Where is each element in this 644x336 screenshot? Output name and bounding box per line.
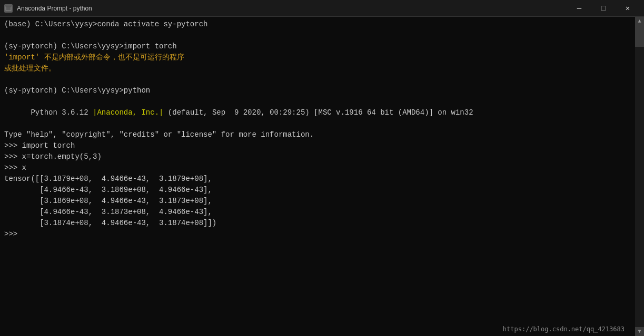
- python-version-text: Python 3.6.12: [31, 108, 93, 117]
- line-3: (sy-pytorch) C:\Users\yysy>import torch: [4, 41, 631, 52]
- terminal[interactable]: (base) C:\Users\yysy>conda activate sy-p…: [0, 17, 635, 336]
- main-container: (base) C:\Users\yysy>conda activate sy-p…: [0, 17, 644, 336]
- scroll-down-arrow[interactable]: ▼: [635, 327, 644, 336]
- close-button[interactable]: ✕: [616, 0, 640, 17]
- line-8: Python 3.6.12 |Anaconda, Inc.| (default,…: [4, 96, 631, 129]
- line-10: >>> import torch: [4, 140, 631, 151]
- scrollbar-track[interactable]: [635, 26, 644, 327]
- scroll-up-arrow[interactable]: ▲: [635, 17, 644, 26]
- anaconda-badge: |Anaconda, Inc.|: [93, 108, 163, 117]
- titlebar-left: Anaconda Prompt - python: [4, 4, 92, 13]
- svg-rect-1: [6, 6, 11, 7]
- line-5: 或批处理文件。: [4, 63, 631, 74]
- scrollbar-thumb[interactable]: [635, 26, 644, 47]
- minimize-button[interactable]: —: [567, 0, 591, 17]
- line-14: [4.9466e-43, 3.1869e+08, 4.9466e-43],: [4, 185, 631, 196]
- svg-rect-0: [6, 7, 11, 11]
- line-11: >>> x=torch.empty(5,3): [4, 151, 631, 162]
- python-build-info: (default, Sep 9 2020, 00:29:25) [MSC v.1…: [163, 108, 473, 117]
- line-13: tensor([[3.1879e+08, 4.9466e-43, 3.1879e…: [4, 174, 631, 185]
- line-12: >>> x: [4, 162, 631, 174]
- line-9: Type "help", "copyright", "credits" or "…: [4, 129, 631, 140]
- window-controls: — □ ✕: [567, 0, 640, 17]
- titlebar: Anaconda Prompt - python — □ ✕: [0, 0, 644, 17]
- line-16: [4.9466e-43, 3.1873e+08, 4.9466e-43],: [4, 207, 631, 218]
- scrollbar[interactable]: ▲ ▼: [635, 17, 644, 336]
- watermark: https://blog.csdn.net/qq_4213683: [503, 324, 625, 334]
- line-17: [3.1874e+08, 4.9466e-43, 3.1874e+08]]): [4, 218, 631, 229]
- line-18: >>>: [4, 229, 631, 240]
- line-7: (sy-pytorch) C:\Users\yysy>python: [4, 85, 631, 96]
- line-6: [4, 74, 631, 85]
- line-1: (base) C:\Users\yysy>conda activate sy-p…: [4, 19, 631, 30]
- line-2: [4, 30, 631, 41]
- maximize-button[interactable]: □: [591, 0, 616, 17]
- app-icon: [4, 4, 13, 13]
- line-4: 'import' 不是内部或外部命令，也不是可运行的程序: [4, 52, 631, 63]
- window-title: Anaconda Prompt - python: [17, 5, 92, 12]
- line-15: [3.1869e+08, 4.9466e-43, 3.1873e+08],: [4, 196, 631, 207]
